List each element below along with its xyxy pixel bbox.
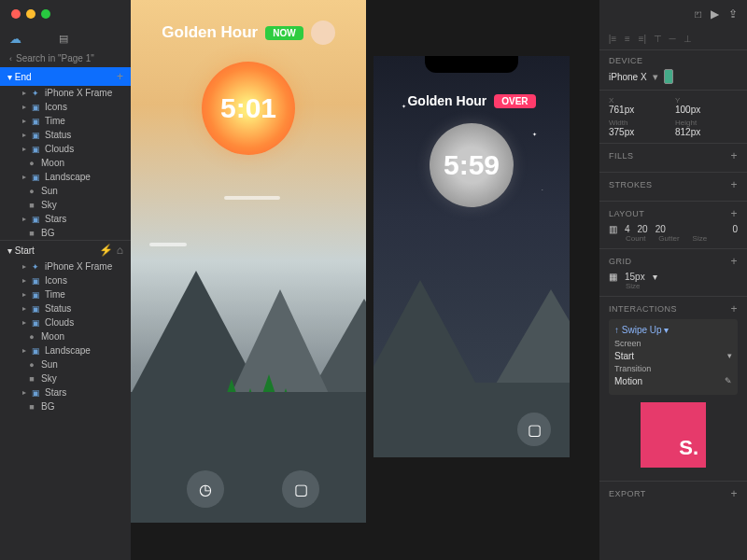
artboard-night[interactable]: ✦ ✦ · Golden Hour OVER 5:59 ▢: [374, 56, 570, 457]
layout-cols-input[interactable]: 4: [625, 224, 630, 234]
cloud-icon: [149, 243, 187, 246]
time-display: 5:59: [444, 149, 500, 181]
add-interaction-button[interactable]: +: [730, 302, 738, 315]
grid-icon: ▦: [609, 272, 617, 282]
strokes-header: STROKES: [609, 180, 653, 189]
screen-select[interactable]: Start: [614, 351, 634, 361]
star-icon: ✦: [532, 131, 537, 137]
window-controls: [0, 0, 131, 28]
layer-item[interactable]: ▸▣Stars: [0, 385, 131, 399]
phone-notch: [425, 56, 518, 73]
device-select[interactable]: iPhone X▾: [609, 69, 738, 84]
add-fill-button[interactable]: +: [730, 149, 738, 162]
clock-button[interactable]: ◷: [187, 470, 224, 508]
layer-item[interactable]: ▸▣Icons: [0, 100, 131, 114]
layer-item[interactable]: ●Sun: [0, 184, 131, 198]
x-input[interactable]: 761px: [609, 105, 671, 115]
align-right-icon[interactable]: ≡|: [637, 34, 648, 44]
add-export-button[interactable]: +: [730, 487, 738, 500]
align-center-icon[interactable]: ≡: [622, 34, 633, 44]
device-label: Device: [609, 56, 643, 65]
layer-item[interactable]: ▸▣Clouds: [0, 315, 131, 329]
layer-item[interactable]: ▸✦iPhone X Frame: [0, 259, 131, 273]
layer-item[interactable]: ▸▣Clouds: [0, 142, 131, 156]
search-input[interactable]: Search in "Page 1": [16, 53, 94, 63]
layer-group-start[interactable]: ▾ Start⚡ ⌂: [0, 240, 131, 259]
layer-item[interactable]: ●Moon: [0, 156, 131, 170]
phone-icon: [664, 69, 673, 84]
layers-tree: ▾ End+ ▸✦iPhone X Frame ▸▣Icons ▸▣Time ▸…: [0, 67, 131, 560]
layer-item[interactable]: ■Sky: [0, 371, 131, 385]
cloud-icon: [224, 196, 280, 200]
golden-hour-label: Golden Hour: [407, 93, 486, 108]
play-icon[interactable]: ▶: [711, 7, 719, 21]
minimize-window-button[interactable]: [26, 9, 35, 19]
width-input[interactable]: 375px: [609, 127, 671, 137]
share-icon[interactable]: ⇪: [728, 7, 738, 21]
status-badge: OVER: [494, 94, 535, 108]
search-row[interactable]: ‹ Search in "Page 1": [0, 49, 131, 67]
star-icon: ✦: [402, 103, 406, 109]
layer-item[interactable]: ▸▣Landscape: [0, 343, 131, 357]
time-display: 5:01: [220, 92, 276, 124]
sidebar-top: ☁ ▤: [0, 28, 131, 49]
camera-button[interactable]: ▢: [517, 413, 551, 446]
star-icon: ·: [542, 187, 543, 192]
align-bottom-icon[interactable]: ⊥: [682, 34, 693, 44]
layer-item[interactable]: ▸▣Status: [0, 128, 131, 142]
camera-button[interactable]: ▢: [282, 470, 319, 508]
fills-header: FILLS: [609, 151, 634, 161]
layer-item[interactable]: ▸▣Time: [0, 114, 131, 128]
add-layout-button[interactable]: +: [730, 207, 738, 220]
layers-icon[interactable]: ▤: [59, 33, 68, 45]
export-icon[interactable]: ⏍: [695, 7, 701, 21]
interactions-header: INTERACTIONS: [609, 304, 677, 314]
cloud-icon[interactable]: ☁: [9, 32, 21, 46]
layer-item[interactable]: ▸▣Stars: [0, 212, 131, 226]
status-badge: NOW: [265, 26, 303, 40]
layer-item[interactable]: ▸▣Landscape: [0, 170, 131, 184]
layout-icon: ▥: [609, 224, 617, 234]
layers-sidebar: ☁ ▤ ‹ Search in "Page 1" ▾ End+ ▸✦iPhone…: [0, 0, 131, 560]
chevron-left-icon: ‹: [9, 54, 12, 63]
layer-item[interactable]: ▸▣Status: [0, 301, 131, 315]
layer-item[interactable]: ▸▣Icons: [0, 273, 131, 287]
layer-item[interactable]: ●Sun: [0, 357, 131, 371]
align-left-icon[interactable]: |≡: [607, 34, 618, 44]
layout-gutter-input[interactable]: 20: [638, 224, 648, 234]
layer-item[interactable]: ■BG: [0, 399, 131, 413]
layout-margin-input[interactable]: 20: [655, 224, 666, 234]
edit-icon[interactable]: ✎: [725, 376, 732, 386]
layer-item[interactable]: ▸▣Time: [0, 287, 131, 301]
avatar[interactable]: [311, 21, 335, 45]
layer-item[interactable]: ●Moon: [0, 329, 131, 343]
brand-logo: S.: [641, 402, 706, 468]
align-top-icon[interactable]: ⊤: [652, 34, 663, 44]
interaction-card[interactable]: ↑ Swipe Up ▾ Screen Start▾ Transition Mo…: [609, 319, 738, 395]
add-grid-button[interactable]: +: [730, 255, 738, 268]
moon-icon: 5:59: [430, 123, 514, 207]
layer-item[interactable]: ■Sky: [0, 198, 131, 212]
grid-header: GRID: [609, 257, 632, 266]
sun-icon: 5:01: [202, 62, 295, 155]
transition-select[interactable]: Motion: [614, 376, 642, 386]
align-toolbar: |≡ ≡ ≡| ⊤ ─ ⊥: [599, 28, 747, 49]
maximize-window-button[interactable]: [41, 9, 50, 19]
ground: [131, 392, 366, 523]
height-input[interactable]: 812px: [675, 127, 738, 137]
artboard-day[interactable]: Golden Hour NOW 5:01 ◷ ▢: [131, 0, 366, 523]
canvas[interactable]: Golden Hour NOW 5:01 ◷ ▢ ✦ ✦ · Golden Ho…: [131, 0, 599, 560]
layer-group-end[interactable]: ▾ End+: [0, 67, 131, 86]
layer-item[interactable]: ■BG: [0, 226, 131, 240]
layer-item[interactable]: ▸✦iPhone X Frame: [0, 86, 131, 100]
y-input[interactable]: 100px: [675, 105, 738, 115]
align-middle-icon[interactable]: ─: [667, 34, 678, 44]
add-stroke-button[interactable]: +: [730, 178, 738, 191]
canvas-toolbar: ⏍ ▶ ⇪: [599, 0, 747, 28]
golden-hour-label: Golden Hour: [162, 23, 258, 42]
grid-size-input[interactable]: 15px: [625, 272, 645, 282]
inspector-panel: ⏍ ▶ ⇪ |≡ ≡ ≡| ⊤ ─ ⊥ Device iPhone X▾ X76…: [599, 0, 747, 560]
export-header: EXPORT: [609, 489, 646, 498]
close-window-button[interactable]: [11, 9, 21, 19]
swipe-up-icon: ↑: [614, 325, 619, 335]
